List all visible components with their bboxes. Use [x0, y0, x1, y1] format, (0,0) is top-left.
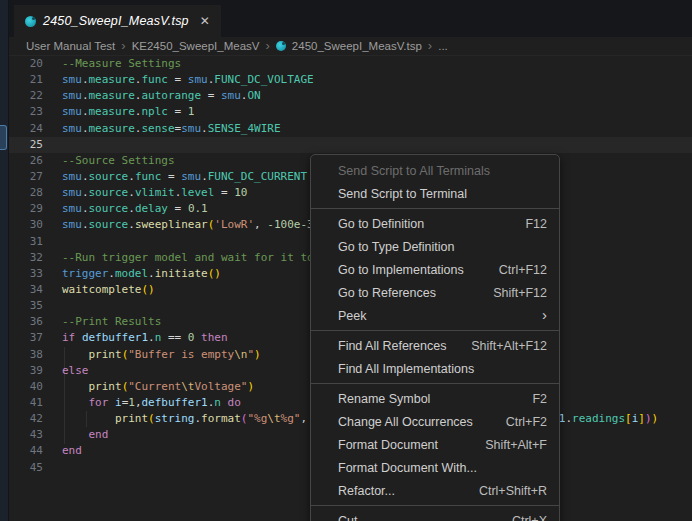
- menu-item-go-to-references[interactable]: Go to ReferencesShift+F12: [311, 281, 559, 304]
- menu-item-label: Format Document: [338, 438, 467, 452]
- menu-item-shortcut: Ctrl+F12: [499, 263, 547, 277]
- menu-item-find-all-references[interactable]: Find All ReferencesShift+Alt+F12: [311, 334, 559, 357]
- line-number: 26: [9, 153, 43, 169]
- context-menu: Send Script to All TerminalsSend Script …: [310, 154, 560, 521]
- line-number: 43: [9, 427, 43, 443]
- menu-item-label: Send Script to All Terminals: [338, 164, 547, 178]
- menu-item-label: Rename Symbol: [338, 392, 514, 406]
- menu-item-find-all-implementations[interactable]: Find All Implementations: [311, 357, 559, 380]
- submenu-chevron-icon: ›: [542, 307, 547, 322]
- menu-item-label: Find All Implementations: [338, 362, 547, 376]
- code-text: if defbuffer1.n == 0 then: [62, 330, 228, 346]
- menu-item-change-all-occurrences[interactable]: Change All OccurrencesCtrl+F2: [311, 410, 559, 433]
- chevron-right-icon: ›: [266, 39, 270, 52]
- code-text: --Source Settings: [62, 153, 175, 169]
- menu-item-peek[interactable]: Peek›: [311, 304, 559, 327]
- menu-item-label: Go to Implementations: [338, 263, 481, 277]
- menu-item-label: Find All References: [338, 339, 453, 353]
- code-text: smu.source.delay = 0.1: [62, 201, 208, 217]
- code-text: --Measure Settings: [62, 56, 181, 72]
- code-line-20[interactable]: 20--Measure Settings: [9, 56, 692, 72]
- menu-item-go-to-type-definition[interactable]: Go to Type Definition: [311, 235, 559, 258]
- code-text: for i=1,defbuffer1.n do: [62, 395, 241, 411]
- code-text: end: [62, 443, 82, 459]
- left-edge-strip: [0, 0, 9, 521]
- menu-item-format-document-with[interactable]: Format Document With...: [311, 456, 559, 479]
- left-strip-indicator: [0, 125, 7, 150]
- close-tab-icon[interactable]: ✕: [200, 14, 210, 28]
- editor-tab-bar: 2450_SweepI_MeasV.tsp ✕: [9, 0, 692, 37]
- code-line-25[interactable]: 25: [9, 137, 692, 153]
- vscode-window: 2450_SweepI_MeasV.tsp ✕ User Manual Test…: [0, 0, 692, 521]
- line-number: 21: [9, 72, 43, 88]
- line-number: 38: [9, 347, 43, 363]
- chevron-right-icon: ›: [121, 39, 125, 52]
- menu-item-label: Go to References: [338, 286, 475, 300]
- code-text: waitcomplete(): [62, 282, 155, 298]
- menu-item-label: Format Document With...: [338, 461, 547, 475]
- menu-item-refactor[interactable]: Refactor...Ctrl+Shift+R: [311, 479, 559, 502]
- line-number: 27: [9, 169, 43, 185]
- line-number: 36: [9, 314, 43, 330]
- menu-item-shortcut: Ctrl+X: [512, 514, 547, 521]
- menu-item-cut[interactable]: CutCtrl+X: [311, 509, 559, 521]
- line-number: 32: [9, 250, 43, 266]
- menu-separator: [311, 208, 559, 209]
- breadcrumb-item-folder[interactable]: User Manual Test: [26, 40, 115, 52]
- chevron-right-icon: ›: [428, 39, 432, 52]
- menu-item-shortcut: Ctrl+Shift+R: [479, 484, 547, 498]
- breadcrumb: User Manual Test › KE2450_SweepI_MeasV ›…: [9, 37, 692, 56]
- menu-item-shortcut: Shift+Alt+F: [485, 438, 547, 452]
- menu-item-label: Cut: [338, 514, 494, 521]
- menu-item-shortcut: F2: [532, 392, 547, 406]
- line-number: 22: [9, 88, 43, 104]
- line-number: 39: [9, 363, 43, 379]
- menu-item-go-to-implementations[interactable]: Go to ImplementationsCtrl+F12: [311, 258, 559, 281]
- menu-item-label: Send Script to Terminal: [338, 187, 547, 201]
- menu-item-format-document[interactable]: Format DocumentShift+Alt+F: [311, 433, 559, 456]
- menu-separator: [311, 383, 559, 384]
- code-text: smu.measure.func = smu.FUNC_DC_VOLTAGE: [62, 72, 314, 88]
- menu-item-shortcut: Shift+F12: [493, 286, 547, 300]
- menu-item-send-script-to-terminal[interactable]: Send Script to Terminal: [311, 182, 559, 205]
- line-number: 41: [9, 395, 43, 411]
- breadcrumb-item-file[interactable]: 2450_SweepI_MeasV.tsp: [292, 40, 422, 52]
- menu-item-label: Change All Occurrences: [338, 415, 488, 429]
- menu-separator: [311, 330, 559, 331]
- menu-separator: [311, 505, 559, 506]
- menu-item-go-to-definition[interactable]: Go to DefinitionF12: [311, 212, 559, 235]
- line-number: 45: [9, 460, 43, 476]
- breadcrumb-item-more[interactable]: ...: [438, 40, 448, 52]
- line-number: 30: [9, 217, 43, 233]
- menu-item-send-script-to-all-terminals: Send Script to All Terminals: [311, 159, 559, 182]
- code-line-23[interactable]: 23smu.measure.nplc = 1: [9, 104, 692, 120]
- menu-item-label: Go to Definition: [338, 217, 507, 231]
- code-text: smu.measure.sense=smu.SENSE_4WIRE: [62, 121, 281, 137]
- line-number: 29: [9, 201, 43, 217]
- code-line-21[interactable]: 21smu.measure.func = smu.FUNC_DC_VOLTAGE: [9, 72, 692, 88]
- line-number: 25: [9, 137, 43, 153]
- code-line-22[interactable]: 22smu.measure.autorange = smu.ON: [9, 88, 692, 104]
- menu-item-shortcut: F12: [525, 217, 547, 231]
- menu-item-label: Refactor...: [338, 484, 461, 498]
- tsp-file-icon: [25, 16, 36, 27]
- line-number: 44: [9, 443, 43, 459]
- line-number: 24: [9, 121, 43, 137]
- menu-item-shortcut: Shift+Alt+F12: [471, 339, 547, 353]
- line-number: 35: [9, 298, 43, 314]
- tab-2450-sweepi-measv[interactable]: 2450_SweepI_MeasV.tsp ✕: [14, 5, 221, 37]
- indent-guide: [64, 347, 65, 444]
- line-number: 34: [9, 282, 43, 298]
- code-text: smu.source.vlimit.level = 10: [62, 185, 248, 201]
- code-text: --Print Results: [62, 314, 161, 330]
- code-line-24[interactable]: 24smu.measure.sense=smu.SENSE_4WIRE: [9, 121, 692, 137]
- code-text: print("Current\tVoltage"): [62, 379, 254, 395]
- breadcrumb-item-subfolder[interactable]: KE2450_SweepI_MeasV: [132, 40, 260, 52]
- menu-item-rename-symbol[interactable]: Rename SymbolF2: [311, 387, 559, 410]
- tsp-file-icon: [276, 41, 286, 51]
- code-text: else: [62, 363, 89, 379]
- tab-title: 2450_SweepI_MeasV.tsp: [43, 14, 189, 28]
- code-text: trigger.model.initiate(): [62, 266, 221, 282]
- line-number: 31: [9, 234, 43, 250]
- code-text: smu.measure.autorange = smu.ON: [62, 88, 261, 104]
